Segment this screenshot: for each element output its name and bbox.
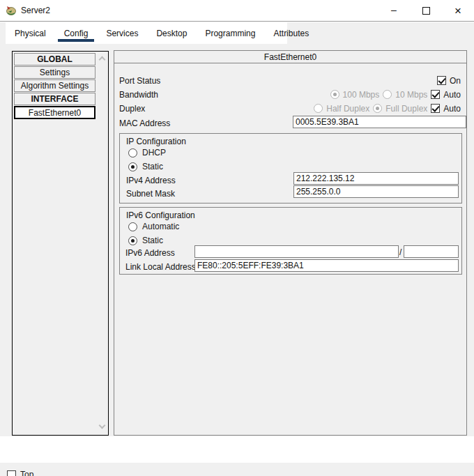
tab-programming[interactable]: Programming [196, 22, 264, 44]
bandwidth-auto-checkbox[interactable] [431, 90, 440, 99]
ipv6-address-input[interactable] [194, 245, 399, 258]
duplex-auto-checkbox[interactable] [431, 104, 440, 113]
interface-panel: FastEthernet0 Port Status On Bandwidth 1… [114, 50, 467, 436]
tab-physical[interactable]: Physical [6, 22, 55, 44]
sidebar-item-fastethernet0[interactable]: FastEthernet0 [14, 106, 95, 119]
tab-config[interactable]: Config [55, 22, 98, 44]
minimize-button[interactable]: – [378, 0, 410, 22]
config-tab-content: GLOBAL Settings Algorithm Settings INTER… [0, 44, 474, 476]
ip-configuration-group: IP Configuration DHCP Static IPv4 Addres… [119, 133, 462, 204]
window-title: Server2 [21, 6, 50, 15]
subnet-mask-label: Subnet Mask [126, 189, 175, 199]
ipv6-static-label: Static [142, 236, 163, 245]
packet-tracer-logo-icon [6, 5, 17, 16]
link-local-address-input[interactable] [194, 259, 459, 272]
sidebar-scrollbar[interactable] [97, 52, 107, 434]
bottom-spacer [0, 436, 474, 463]
tab-bar: Physical Config Services Desktop Program… [0, 22, 474, 44]
ipv6-automatic-radio[interactable] [128, 222, 137, 231]
chevron-down-icon[interactable] [100, 423, 105, 428]
close-icon: × [454, 4, 461, 18]
static-ipv4-label: Static [142, 162, 163, 171]
duplex-half-label: Half Duplex [326, 104, 369, 114]
packet-tracer-device-window: { "window": { "title": "Server2", "icon"… [0, 0, 474, 476]
ipv6-static-radio[interactable] [128, 236, 137, 245]
panel-title: FastEthernet0 [114, 51, 466, 63]
static-ipv4-radio[interactable] [128, 162, 137, 171]
port-status-on-checkbox[interactable] [437, 76, 446, 85]
ipv6-prefix-input[interactable] [404, 245, 459, 258]
bandwidth-10mbps-label: 10 Mbps [395, 90, 427, 100]
sidebar-item-settings[interactable]: Settings [14, 66, 95, 79]
mac-address-input[interactable] [293, 116, 466, 128]
dhcp-radio[interactable] [128, 148, 137, 158]
ipv6-automatic-label: Automatic [142, 222, 179, 231]
duplex-label: Duplex [119, 104, 145, 114]
ipv6-address-label: IPv6 Address [125, 248, 175, 258]
sidebar-item-global[interactable]: GLOBAL [14, 53, 95, 66]
ipv6-configuration-group: IPv6 Configuration Automatic Static IPv6… [119, 207, 462, 275]
mac-address-label: MAC Address [119, 118, 170, 128]
chevron-up-icon[interactable] [100, 56, 105, 61]
duplex-full-radio [373, 104, 382, 113]
bottom-bar: Top [0, 463, 474, 476]
maximize-icon [422, 7, 430, 15]
close-button[interactable]: × [442, 0, 474, 22]
port-status-on-label: On [450, 76, 461, 86]
link-local-address-label: Link Local Address: [125, 262, 198, 272]
bandwidth-100mbps-label: 100 Mbps [343, 90, 380, 100]
ipv6-configuration-title: IPv6 Configuration [126, 210, 195, 220]
window-controls: – × [378, 0, 474, 22]
title-bar: Server2 – × [0, 0, 474, 22]
bandwidth-label: Bandwidth [119, 90, 158, 100]
duplex-auto-label: Auto [443, 104, 461, 114]
tab-desktop[interactable]: Desktop [147, 22, 196, 44]
ipv4-address-input[interactable] [293, 172, 459, 185]
minimize-icon: – [391, 4, 397, 15]
sidebar-item-algorithm-settings[interactable]: Algorithm Settings [14, 79, 95, 92]
bandwidth-100mbps-radio [330, 90, 339, 99]
maximize-button[interactable] [410, 0, 442, 22]
port-status-label: Port Status [119, 76, 160, 86]
bandwidth-auto-label: Auto [443, 90, 461, 100]
sidebar-item-interface[interactable]: INTERFACE [14, 93, 95, 105]
ipv6-prefix-separator: / [399, 247, 402, 257]
ip-configuration-title: IP Configuration [126, 137, 186, 146]
bandwidth-10mbps-radio [383, 90, 392, 99]
ipv4-address-label: IPv4 Address [126, 176, 176, 185]
tab-services[interactable]: Services [97, 22, 147, 44]
top-checkbox-label: Top [20, 470, 33, 476]
duplex-full-label: Full Duplex [385, 104, 427, 114]
tab-attributes[interactable]: Attributes [264, 22, 318, 44]
subnet-mask-input[interactable] [293, 185, 459, 198]
duplex-half-radio [314, 104, 323, 113]
config-sidebar: GLOBAL Settings Algorithm Settings INTER… [12, 51, 109, 436]
dhcp-label: DHCP [142, 148, 166, 158]
top-checkbox[interactable] [7, 470, 16, 476]
